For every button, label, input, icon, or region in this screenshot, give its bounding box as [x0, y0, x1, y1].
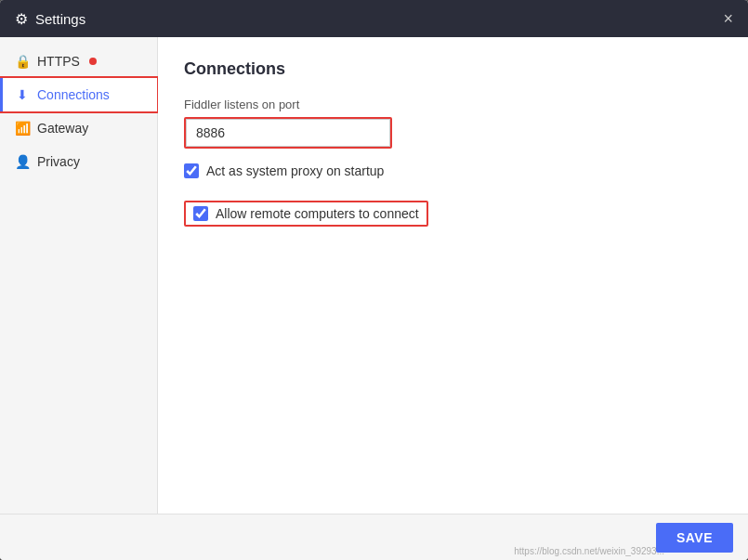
sidebar-item-connections[interactable]: ⬇ Connections — [0, 78, 157, 111]
sidebar-item-privacy[interactable]: 👤 Privacy — [0, 145, 157, 178]
allow-remote-checkbox[interactable] — [193, 206, 208, 221]
port-input-wrapper — [184, 117, 392, 149]
sidebar-item-privacy-label: Privacy — [37, 154, 80, 169]
system-proxy-label: Act as system proxy on startup — [206, 163, 384, 178]
sidebar-item-connections-label: Connections — [37, 87, 110, 102]
main-content: 🔒 HTTPS ⬇ Connections 📶 Gateway 👤 Privac… — [0, 37, 748, 514]
port-input[interactable] — [186, 119, 390, 147]
watermark: https://blog.csdn.net/weixin_39293... — [514, 546, 664, 556]
allow-remote-row: Allow remote computers to connect — [184, 201, 428, 227]
settings-window: ⚙ Settings × 🔒 HTTPS ⬇ Connections 📶 Gat… — [0, 0, 748, 560]
titlebar: ⚙ Settings × — [0, 0, 748, 37]
content-area: Connections Fiddler listens on port Act … — [158, 37, 748, 514]
window-title: Settings — [35, 11, 85, 27]
save-button[interactable]: SAVE — [656, 523, 733, 553]
sidebar-item-https-label: HTTPS — [37, 54, 80, 69]
sidebar: 🔒 HTTPS ⬇ Connections 📶 Gateway 👤 Privac… — [0, 37, 158, 514]
sidebar-item-gateway[interactable]: 📶 Gateway — [0, 111, 157, 145]
privacy-icon: 👤 — [15, 154, 30, 169]
sidebar-item-https[interactable]: 🔒 HTTPS — [0, 45, 157, 78]
lock-icon: 🔒 — [15, 54, 30, 69]
gear-icon: ⚙ — [15, 10, 28, 28]
port-label: Fiddler listens on port — [184, 98, 722, 111]
allow-remote-label: Allow remote computers to connect — [216, 206, 419, 221]
system-proxy-row: Act as system proxy on startup — [184, 163, 722, 178]
footer: https://blog.csdn.net/weixin_39293... SA… — [0, 514, 748, 560]
close-button[interactable]: × — [723, 10, 733, 27]
titlebar-left: ⚙ Settings — [15, 10, 85, 28]
system-proxy-checkbox[interactable] — [184, 163, 199, 178]
gateway-icon: 📶 — [15, 121, 30, 136]
connections-icon: ⬇ — [15, 87, 30, 102]
sidebar-item-gateway-label: Gateway — [37, 121, 88, 136]
section-title: Connections — [184, 59, 722, 79]
https-status-dot — [89, 58, 97, 65]
